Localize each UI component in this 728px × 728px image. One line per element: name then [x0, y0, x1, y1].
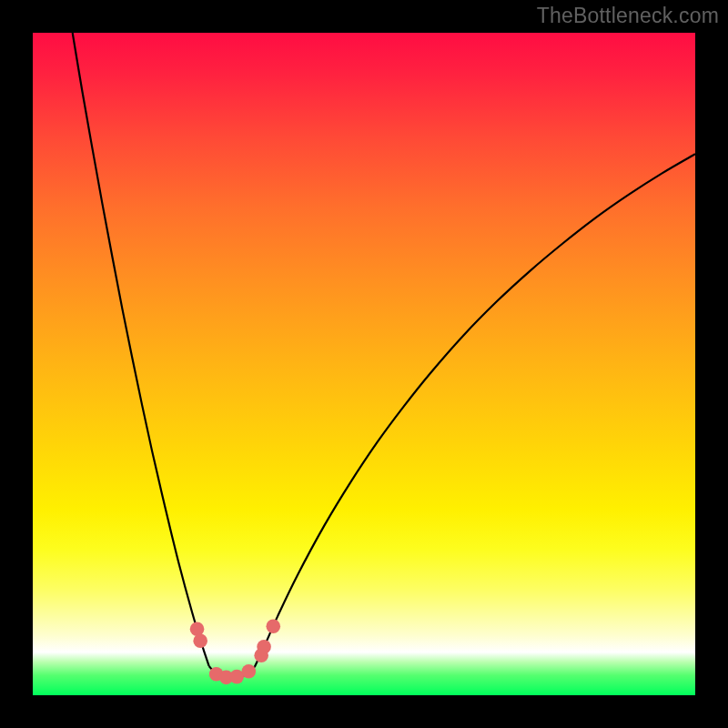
curve-right: [255, 154, 695, 666]
plot-area: [33, 33, 695, 695]
scatter-dot: [242, 664, 257, 679]
scatter-dot: [266, 619, 280, 633]
watermark-text: TheBottleneck.com: [537, 4, 719, 28]
scatter-dot: [257, 640, 271, 654]
curve-left: [73, 33, 209, 666]
scatter-dot: [190, 622, 205, 636]
chart-svg: [33, 33, 695, 695]
scatter-dot: [193, 634, 207, 649]
